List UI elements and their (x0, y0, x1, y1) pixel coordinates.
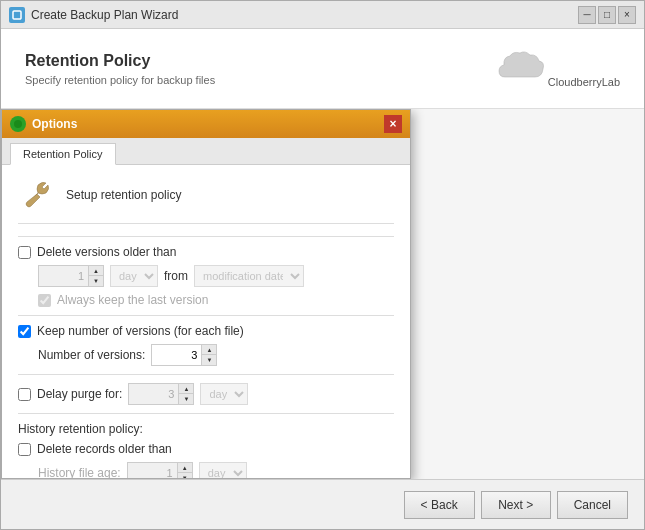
options-dialog: Options × Retention Policy (1, 109, 411, 479)
keep-versions-row: Keep number of versions (for each file) (18, 324, 394, 338)
always-keep-label: Always keep the last version (57, 293, 208, 307)
wizard-header-content: Retention Policy Specify retention polic… (25, 52, 215, 86)
retention-header: Setup retention policy (18, 177, 394, 224)
always-keep-row: Always keep the last version (38, 293, 394, 307)
delete-records-checkbox[interactable] (18, 443, 31, 456)
dialog-tabs: Retention Policy (2, 138, 410, 165)
divider-4 (18, 413, 394, 414)
wizard-body: vanced mode) ie whole product ackup plan… (1, 109, 644, 479)
always-keep-checkbox (38, 294, 51, 307)
wizard-footer: < Back Next > Cancel (1, 479, 644, 529)
wizard-header: Retention Policy Specify retention polic… (1, 29, 644, 109)
delete-versions-checkbox[interactable] (18, 246, 31, 259)
delete-versions-value (38, 265, 88, 287)
num-versions-up[interactable]: ▲ (202, 345, 216, 355)
wrench-icon (18, 177, 54, 213)
delay-purge-row: Delay purge for: ▲ ▼ day (18, 383, 394, 405)
delete-records-row: Delete records older than (18, 442, 394, 456)
delete-versions-unit-select: day (110, 265, 158, 287)
delay-purge-checkbox[interactable] (18, 388, 31, 401)
delete-versions-controls: ▲ ▼ day from modification date (38, 265, 394, 287)
dialog-content: Setup retention policy Delete versions o… (2, 165, 410, 478)
delete-versions-down[interactable]: ▼ (89, 276, 103, 286)
num-versions-spinner: ▲ ▼ (151, 344, 217, 366)
dialog-titlebar: Options × (2, 110, 410, 138)
divider-1 (18, 236, 394, 237)
from-label: from (164, 269, 188, 283)
history-section-label: History retention policy: (18, 422, 394, 436)
delay-purge-label: Delay purge for: (37, 387, 122, 401)
history-age-row: History file age: ▲ ▼ day (38, 462, 394, 478)
num-versions-label: Number of versions: (38, 348, 145, 362)
delete-versions-spinner: ▲ ▼ (38, 265, 104, 287)
wizard-header-title: Retention Policy (25, 52, 215, 70)
history-age-spin-btns: ▲ ▼ (177, 462, 193, 478)
wizard-close-button[interactable]: × (618, 6, 636, 24)
wizard-header-subtitle: Specify retention policy for backup file… (25, 74, 215, 86)
wizard-titlebar: Create Backup Plan Wizard ─ □ × (1, 1, 644, 29)
delete-records-label: Delete records older than (37, 442, 172, 456)
cloudberry-logo: CloudberryLab (495, 49, 620, 88)
divider-3 (18, 374, 394, 375)
history-age-unit-select: day (199, 462, 247, 478)
tab-retention-policy[interactable]: Retention Policy (10, 143, 116, 165)
wizard-window: Create Backup Plan Wizard ─ □ × Retentio… (0, 0, 645, 530)
delete-versions-spin-btns: ▲ ▼ (88, 265, 104, 287)
history-age-label: History file age: (38, 466, 121, 478)
history-age-up: ▲ (178, 463, 192, 473)
delete-versions-label: Delete versions older than (37, 245, 176, 259)
titlebar-controls: ─ □ × (578, 6, 636, 24)
cancel-button[interactable]: Cancel (557, 491, 628, 519)
delay-purge-up[interactable]: ▲ (179, 384, 193, 394)
minimize-button[interactable]: ─ (578, 6, 596, 24)
divider-2 (18, 315, 394, 316)
history-age-down: ▼ (178, 473, 192, 478)
num-versions-value[interactable] (151, 344, 201, 366)
dialog-close-button[interactable]: × (384, 115, 402, 133)
svg-point-1 (14, 120, 22, 128)
delay-purge-spinner: ▲ ▼ (128, 383, 194, 405)
num-versions-spin-btns: ▲ ▼ (201, 344, 217, 366)
back-button[interactable]: < Back (404, 491, 475, 519)
dialog-title: Options (32, 117, 378, 131)
num-versions-row: Number of versions: ▲ ▼ (38, 344, 394, 366)
wizard-title-icon (9, 7, 25, 23)
wizard-title: Create Backup Plan Wizard (31, 8, 572, 22)
delay-purge-down[interactable]: ▼ (179, 394, 193, 404)
history-age-value (127, 462, 177, 478)
keep-versions-label: Keep number of versions (for each file) (37, 324, 244, 338)
history-age-spinner: ▲ ▼ (127, 462, 193, 478)
svg-rect-0 (13, 11, 21, 19)
delay-purge-spin-btns: ▲ ▼ (178, 383, 194, 405)
options-dialog-icon (10, 116, 26, 132)
delete-versions-up[interactable]: ▲ (89, 266, 103, 276)
logo-text: CloudberryLab (548, 76, 620, 88)
retention-header-label: Setup retention policy (66, 188, 181, 202)
delay-purge-value (128, 383, 178, 405)
next-button[interactable]: Next > (481, 491, 551, 519)
delete-versions-from-select: modification date (194, 265, 304, 287)
num-versions-down[interactable]: ▼ (202, 355, 216, 365)
delete-versions-row: Delete versions older than (18, 245, 394, 259)
keep-versions-checkbox[interactable] (18, 325, 31, 338)
maximize-button[interactable]: □ (598, 6, 616, 24)
delay-purge-unit-select: day (200, 383, 248, 405)
